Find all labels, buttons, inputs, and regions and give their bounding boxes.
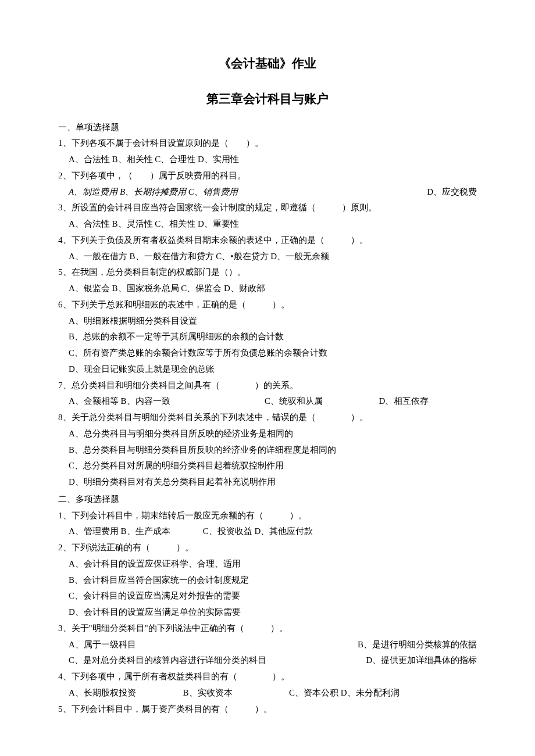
s1-q2-opts-left: A、制造费用 B、长期待摊费用 C、销售费用: [69, 184, 392, 200]
s2-q4-opts: A、长期股权投资 B、实收资本 C、资本公积 D、未分配利润: [58, 685, 477, 701]
s2-q3-a: A、属于一级科目: [69, 637, 136, 653]
s2-q3-b: B、是进行明细分类核算的依据: [358, 637, 477, 653]
s2-q3-d: D、提供更加详细具体的指标: [366, 653, 477, 669]
s1-q3-stem: 3、所设置的会计科目应当符合国家统一会计制度的规定，即遵循（ ）原则。: [58, 200, 477, 216]
s1-q8-d: D、明细分类科目对有关总分类科目起着补充说明作用: [58, 474, 477, 490]
page-title: 《会计基础》作业: [58, 52, 477, 75]
s1-q7-opts: A、金额相等 B、内容一致 C、统驭和从属 D、相互依存: [58, 393, 477, 410]
s1-q8-c: C、总分类科目对所属的明细分类科目起着统驭控制作用: [58, 458, 477, 474]
s1-q5-opts: A、银监会 B、国家税务总局 C、保监会 D、财政部: [58, 281, 477, 297]
s1-q7-c: C、统驭和从属: [265, 393, 379, 410]
s1-q7-stem: 7、总分类科目和明细分类科目之间具有（ ）的关系。: [58, 378, 477, 394]
s2-q1-cd: C、投资收益 D、其他应付款: [203, 526, 313, 536]
s2-q3-row1: A、属于一级科目 B、是进行明细分类核算的依据: [58, 637, 477, 653]
s1-q4-opts: A、一般在借方 B、一般在借方和贷方 C、•般在贷方 D、一般无余额: [58, 249, 477, 265]
s2-q2-stem: 2、下列说法正确的有（ ）。: [58, 540, 477, 556]
s1-q6-c: C、所有资产类总账的余额合计数应等于所有负债总账的余额合计数: [58, 345, 477, 361]
s1-q4-stem: 4、下列关于负债及所有者权益类科目期末余额的表述中，正确的是（ ）。: [58, 232, 477, 249]
s2-q1-stem: 1、下列会计科目中，期末结转后一般应无余额的有（ ）。: [58, 508, 477, 524]
s2-q4-stem: 4、下列各项中，属于所有者权益类科目的有（ ）。: [58, 669, 477, 685]
s1-q6-b: B、总账的余额不一定等于其所属明细账的余额的合计数: [58, 329, 477, 345]
s1-q2-opts-right: D、应交税费: [427, 184, 477, 200]
s1-q6-d: D、现金日记账实质上就是现金的总账: [58, 361, 477, 378]
s2-q2-a: A、会计科目的设置应保证科学、合理、适用: [58, 556, 477, 572]
s2-q3-c: C、是对总分类科目的核算内容进行详细分类的科目: [69, 653, 266, 669]
s1-q7-ab: A、金额相等 B、内容一致: [69, 393, 265, 410]
section-2-heading: 二、多项选择题: [58, 492, 477, 508]
section-1-heading: 一、单项选择题: [58, 120, 477, 136]
s1-q6-a: A、明细账根据明细分类科目设置: [58, 313, 477, 329]
s2-q4-cd: C、资本公积 D、未分配利润: [289, 685, 477, 701]
s2-q2-d: D、会计科目的设置应当满足单位的实际需要: [58, 604, 477, 621]
s1-q5-stem: 5、在我国，总分类科目制定的权威部门是（）。: [58, 264, 477, 281]
s1-q1-opts: A、合法性 B、相关性 C、合理性 D、实用性: [58, 152, 477, 168]
s1-q8-a: A、总分类科目与明细分类科目所反映的经济业务是相同的: [58, 426, 477, 442]
s1-q8-stem: 8、关于总分类科目与明细分类科目关系的下列表述中，错误的是（ ）。: [58, 410, 477, 426]
s1-q7-d: D、相互依存: [379, 393, 477, 410]
s2-q1-opts: A、管理费用 B、生产成本 C、投资收益 D、其他应付款: [58, 524, 477, 540]
s2-q4-a: A、长期股权投资: [69, 685, 183, 701]
s2-q3-stem: 3、关于"明细分类科目"的下列说法中正确的有（ ）。: [58, 621, 477, 637]
s1-q2-opts: A、制造费用 B、长期待摊费用 C、销售费用 D、应交税费: [58, 184, 477, 200]
s1-q2-stem: 2、下列各项中，（ ）属于反映费用的科目。: [58, 168, 477, 184]
s2-q3-row2: C、是对总分类科目的核算内容进行详细分类的科目 D、提供更加详细具体的指标: [58, 653, 477, 669]
s1-q8-b: B、总分类科目与明细分类科目所反映的经济业务的详细程度是相同的: [58, 442, 477, 458]
s2-q2-c: C、会计科目的设置应当满足对外报告的需要: [58, 588, 477, 604]
s2-q5-stem: 5、下列会计科目中，属于资产类科目的有（ ）。: [58, 701, 477, 718]
s1-q3-opts: A、合法性 B、灵活性 C、相关性 D、重要性: [58, 216, 477, 232]
s1-q1-stem: 1、下列各项不属于会计科目设置原则的是（ ）。: [58, 135, 477, 152]
s2-q2-b: B、会计科目应当符合国家统一的会计制度规定: [58, 572, 477, 589]
s2-q1-ab: A、管理费用 B、生产成本: [69, 526, 170, 536]
s2-q4-b: B、实收资本: [183, 685, 290, 701]
chapter-title: 第三章会计科目与账户: [58, 88, 477, 110]
s1-q6-stem: 6、下列关于总账和明细账的表述中，正确的是（ ）。: [58, 297, 477, 313]
